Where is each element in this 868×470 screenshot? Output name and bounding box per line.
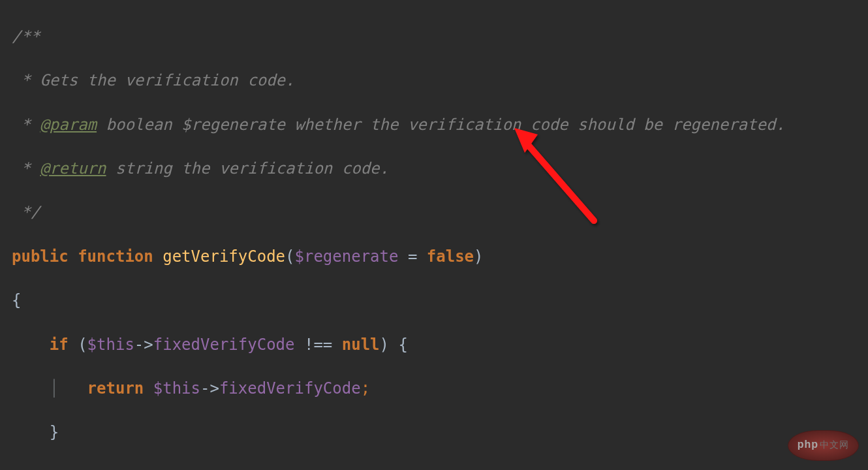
code-line: * @return string the verification code. <box>12 158 868 180</box>
code-line: if ($this->fixedVerifyCode !== null) { <box>12 334 868 356</box>
doc-tag-return: @return <box>40 159 106 178</box>
docblock-close: */ <box>12 203 40 221</box>
keyword-public: public <box>12 247 69 266</box>
brace-open: { <box>12 291 21 309</box>
brace-close: } <box>50 423 59 441</box>
code-line: } <box>12 422 868 444</box>
code-line: { <box>12 290 868 312</box>
function-name: getVerifyCode <box>163 247 285 266</box>
function-signature: public function getVerifyCode($regenerat… <box>12 246 868 268</box>
watermark-logo: php中文网 <box>788 430 859 461</box>
keyword-return: return <box>87 379 144 398</box>
code-line: /** <box>12 26 868 48</box>
keyword-if: if <box>50 336 69 354</box>
literal-null: null <box>342 336 380 354</box>
param-regenerate: $regenerate <box>295 247 399 266</box>
docblock-line: * Gets the verification code. <box>12 71 294 89</box>
code-line: * Gets the verification code. <box>12 70 868 92</box>
keyword-function: function <box>78 247 153 266</box>
code-line: │ return $this->fixedVerifyCode; <box>12 378 868 400</box>
literal-false: false <box>427 247 474 266</box>
code-line: * @param boolean $regenerate whether the… <box>12 114 868 136</box>
code-editor[interactable]: /** * Gets the verification code. * @par… <box>0 0 868 470</box>
code-line <box>12 466 868 470</box>
doc-tag-param: @param <box>40 116 97 134</box>
docblock-open: /** <box>12 27 40 46</box>
code-line: */ <box>12 202 868 224</box>
